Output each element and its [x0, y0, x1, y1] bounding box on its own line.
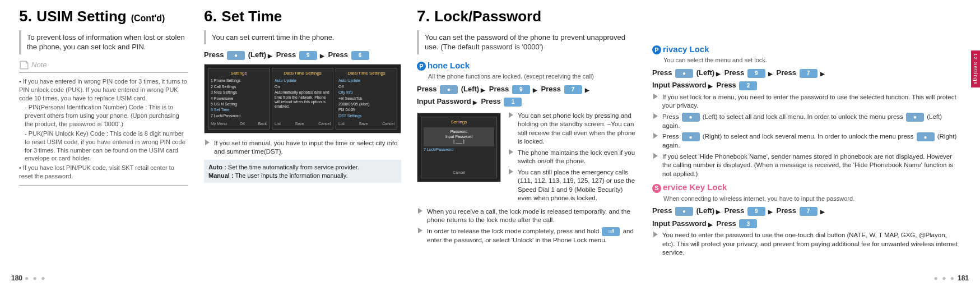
panel-c-row: Off — [338, 85, 394, 89]
section-title-7: Lock/Password — [434, 7, 541, 26]
softkey-icon: ● — [917, 132, 935, 141]
press-left: (Left) — [696, 206, 715, 215]
press-input-password: Input Password — [417, 97, 471, 105]
bullet-arrow-icon — [652, 93, 659, 100]
panel-b-row: Auto Update — [275, 79, 331, 83]
press-word: Press — [541, 85, 560, 93]
bullet-arrow-icon — [417, 227, 424, 234]
press-word: Press — [776, 206, 796, 215]
key-7-icon: 7 — [800, 69, 818, 78]
arrow-icon — [585, 85, 589, 95]
bullet-arrow-icon — [508, 149, 514, 155]
press-word: Press — [716, 81, 736, 89]
press-word: Press — [417, 85, 436, 93]
phone-lock-press-1: Press ● (Left) Press 9 Press 7 — [417, 84, 637, 94]
privacy-lock-title: rivacy Lock — [663, 44, 709, 54]
note-2: - PIN(Personal Identification Number) Co… — [19, 103, 188, 128]
softkey-icon: ● — [682, 132, 700, 141]
section-5-usim: 5. USIM Setting (Cont'd) To prevent loss… — [11, 6, 196, 280]
press-word: Press — [724, 206, 744, 215]
phone-lock-title: hone Lock — [428, 61, 470, 70]
bullet-arrow-icon — [652, 153, 659, 159]
note-body: • If you have entered in wrong PIN code … — [19, 72, 188, 186]
key-1-icon: 1 — [504, 98, 522, 107]
phone-lock-b3: You can still place the emergency calls … — [508, 168, 637, 203]
screenshot-panel-auto-off: Date/Time Settings Auto Update Off City … — [336, 68, 397, 130]
press-left: (Left) — [248, 50, 267, 59]
hold-key-icon: ○# — [602, 227, 620, 236]
section-title-5: USIM Setting — [36, 7, 126, 26]
def-auto: Auto : Set the time automatically from s… — [208, 163, 397, 172]
panel-c-row: Auto Update — [338, 79, 394, 83]
service-key-lock-heading: Service Key Lock — [652, 182, 961, 193]
bullet-text: When you receive a call, the lock mode i… — [427, 207, 637, 225]
phone-lock-b2: The phone maintains the lock even if you… — [508, 149, 637, 166]
note-3: - PUK(PIN Unlock Key) Code : This code i… — [19, 130, 188, 163]
bullet-arrow-icon — [417, 207, 424, 214]
bullet-arrow-icon — [652, 231, 659, 238]
section-7-right: Privacy Lock You can select the menu and… — [644, 6, 969, 280]
key-7-icon: 7 — [800, 207, 818, 216]
arrow-icon — [320, 50, 324, 61]
key-9-icon: 9 — [299, 51, 317, 60]
arrow-icon — [481, 85, 485, 95]
page-number-left: 180● ● ● — [11, 274, 46, 283]
press-word: Press — [652, 206, 672, 215]
note-label: Note — [19, 60, 188, 70]
panel-b-row: On — [275, 85, 331, 89]
svckey-press-1: Press ● (Left) Press 9 Press 7 — [652, 206, 961, 216]
note-4: • If you have lost PIN/PUK code, visit S… — [19, 164, 188, 181]
section-6-bullet-1: If you set to manual, you have to input … — [204, 139, 401, 156]
svckey-b1: You need to enter the password to use th… — [652, 231, 961, 257]
press-word: Press — [724, 68, 744, 77]
bullet-text: You can set phone lock by pressing and h… — [518, 112, 637, 146]
section-5-contd: (Cont'd) — [131, 12, 165, 25]
key-2-icon: 2 — [739, 81, 757, 90]
panel-a-row: 7 Lock/Password — [211, 114, 267, 118]
key-7-icon: 7 — [564, 85, 582, 94]
screenshot-panel-auto-on: Date/Time Settings Auto Update On Automa… — [272, 68, 333, 130]
panel-a-softbar: My MenuOKBack — [211, 121, 267, 126]
panel-b-header: Date/Time Settings — [275, 71, 331, 77]
key-9-icon: 9 — [512, 85, 530, 94]
press-word: Press — [776, 68, 796, 77]
privacy-press-1: Press ● (Left) Press 9 Press 7 — [652, 68, 961, 78]
panel-c-header: Date/Time Settings — [338, 71, 394, 77]
softkey-icon: ● — [906, 113, 924, 122]
press-word-1: Press — [204, 50, 224, 59]
panel-a-row: 3 Nice Settings — [211, 90, 267, 95]
panel-a-row-selected: 6 Set Time — [211, 108, 267, 112]
section-6-set-time: 6. Set Time You can set current time in … — [196, 6, 409, 280]
key-3-icon: 3 — [739, 219, 757, 228]
bullet-text: You can still place the emergency calls … — [518, 168, 637, 203]
key-6-icon: 6 — [351, 51, 369, 60]
bullet-arrow-icon — [652, 113, 659, 119]
panel-c-row: +9/ Seoul/Tok — [338, 96, 394, 101]
popup-sub: Input Password — [426, 135, 492, 139]
note-icon — [19, 60, 29, 70]
capital-circle: P — [652, 45, 661, 54]
panel-b-row: Automatically updates date and time from… — [275, 90, 331, 109]
def-manual-value: The user inputs the information manually… — [235, 172, 347, 179]
privacy-press-2: Input Password Press 2 — [652, 80, 961, 90]
section-5-heading: 5. USIM Setting (Cont'd) — [19, 6, 188, 27]
section-5-intro: To prevent loss of information when lost… — [19, 30, 188, 54]
phone-lock-b4: When you receive a call, the lock mode i… — [417, 207, 637, 225]
section-number-5: 5. — [19, 6, 32, 27]
service-key-lock-title: ervice Key Lock — [663, 182, 727, 192]
press-word: Press — [489, 85, 509, 93]
press-left: (Left) — [696, 68, 715, 77]
bullet-arrow-icon — [508, 112, 514, 118]
phone-lock-heading: Phone Lock — [417, 60, 637, 71]
screenshot-set-time: Settings 1 Phone Settings 2 Call Setting… — [204, 64, 401, 133]
privacy-b4: If you select 'Hide Phonebook Name', sen… — [652, 153, 961, 179]
press-input-password: Input Password — [652, 219, 707, 228]
capital-circle: S — [652, 184, 661, 193]
panel-a-row: 4 Powersave — [211, 96, 267, 101]
popup-title: Password — [426, 130, 492, 134]
def-auto-label: Auto : — [208, 164, 226, 170]
phone-lock-b1: You can set phone lock by pressing and h… — [508, 112, 637, 146]
press-left: (Left) — [461, 85, 480, 93]
service-key-lock-desc: When connecting to wireless internet, yo… — [663, 195, 961, 203]
arrow-icon — [820, 206, 825, 216]
